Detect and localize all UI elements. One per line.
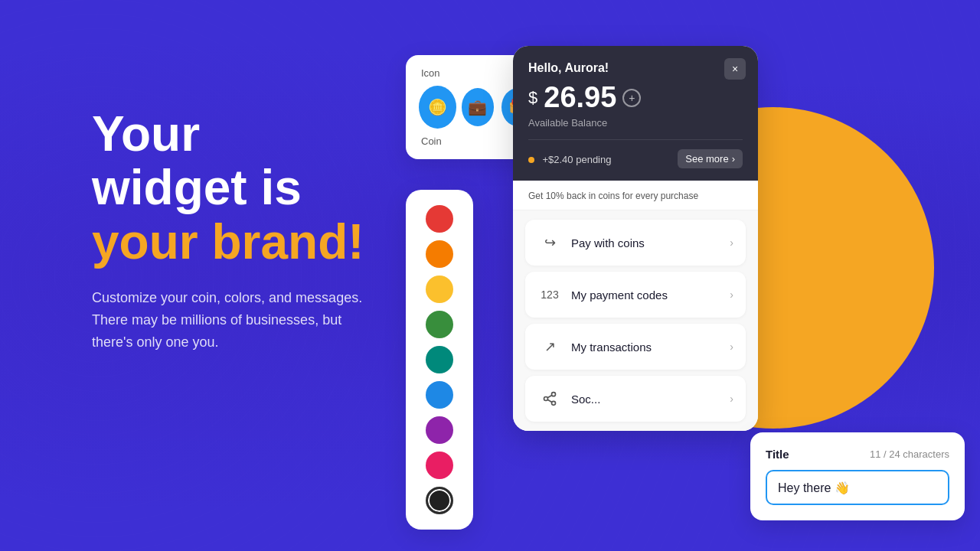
see-more-chevron: › <box>732 153 735 165</box>
description: Customize your coin, colors, and message… <box>92 287 383 353</box>
chevron-right-icon-4: › <box>730 393 733 405</box>
color-red[interactable] <box>426 205 453 233</box>
payment-codes-icon: 123 <box>537 282 562 307</box>
svg-line-4 <box>547 395 552 397</box>
headline-line1: Your <box>92 106 200 161</box>
pending-row: +$2.40 pending See more › <box>528 139 743 168</box>
color-dark[interactable] <box>426 487 453 514</box>
currency-symbol: $ <box>528 88 537 108</box>
message-card-header: Title 11 / 24 characters <box>766 448 949 461</box>
social-label: Soc... <box>571 393 600 406</box>
transactions-label: My transactions <box>571 341 652 354</box>
color-picker-card <box>406 190 473 530</box>
pending-dot <box>528 157 534 163</box>
message-card: Title 11 / 24 characters <box>750 432 965 520</box>
svg-point-2 <box>552 401 556 405</box>
chevron-right-icon-2: › <box>730 289 733 301</box>
headline-line2: widget is <box>92 160 302 215</box>
transactions-icon: ↗ <box>537 334 562 359</box>
svg-point-1 <box>544 397 548 401</box>
widget-menu: ↪ Pay with coins › 123 My payment codes … <box>513 210 758 431</box>
menu-item-payment-codes[interactable]: 123 My payment codes › <box>525 272 746 318</box>
widget-panel: Hello, Aurora! × $ 26.95 + Available Bal… <box>513 46 758 431</box>
color-orange[interactable] <box>426 240 453 268</box>
left-section: Your widget is your brand! Customize you… <box>92 107 429 354</box>
promo-text: Get 10% back in coins for every purchase <box>528 191 698 201</box>
pay-coins-icon: ↪ <box>537 230 562 255</box>
svg-line-3 <box>547 399 552 402</box>
char-count: 11 / 24 characters <box>870 448 949 460</box>
chevron-right-icon: › <box>730 236 733 249</box>
menu-item-social[interactable]: Soc... › <box>525 376 746 422</box>
pending-amount: +$2.40 pending <box>528 152 611 166</box>
headline: Your widget is your brand! <box>92 107 429 269</box>
headline-brand: your brand! <box>92 214 364 269</box>
pay-coins-label: Pay with coins <box>571 236 645 249</box>
balance-amount: 26.95 <box>544 81 616 114</box>
coin-icon-btn[interactable]: 🪙 <box>421 88 454 126</box>
pending-text: +$2.40 pending <box>542 154 611 165</box>
widget-greeting: Hello, Aurora! <box>528 61 743 75</box>
color-pink[interactable] <box>426 452 453 479</box>
see-more-label: See more <box>685 153 728 165</box>
see-more-button[interactable]: See more › <box>678 149 743 168</box>
message-input[interactable] <box>766 470 949 505</box>
svg-point-0 <box>552 393 556 396</box>
right-section: Icon 🪙 💼 🎁 🏆 Coin Hello, Aurora! × $ 26.… <box>398 0 980 551</box>
menu-item-transactions[interactable]: ↗ My transactions › <box>525 324 746 370</box>
color-yellow[interactable] <box>426 276 453 303</box>
bag-icon-btn[interactable]: 💼 <box>462 88 495 126</box>
color-teal[interactable] <box>426 346 453 373</box>
color-green[interactable] <box>426 311 453 338</box>
widget-header: Hello, Aurora! × $ 26.95 + Available Bal… <box>513 46 758 181</box>
social-icon <box>537 386 562 411</box>
chevron-right-icon-3: › <box>730 341 733 353</box>
balance-row: $ 26.95 + <box>528 81 743 114</box>
payment-codes-label: My payment codes <box>571 289 668 302</box>
add-funds-icon[interactable]: + <box>622 89 641 107</box>
promo-banner: Get 10% back in coins for every purchase <box>513 181 758 210</box>
close-button[interactable]: × <box>724 58 746 80</box>
message-title-label: Title <box>766 448 789 461</box>
menu-item-pay-with-coins[interactable]: ↪ Pay with coins › <box>525 220 746 266</box>
color-purple[interactable] <box>426 416 453 444</box>
color-blue[interactable] <box>426 381 453 409</box>
balance-label: Available Balance <box>528 117 743 129</box>
